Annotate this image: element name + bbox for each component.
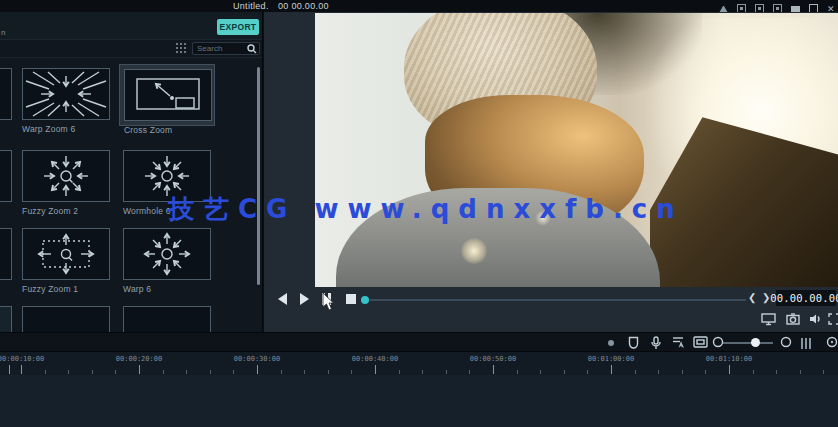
video-preview[interactable]: [315, 13, 838, 287]
zoom-in-transition-thumbnail[interactable]: [123, 306, 211, 332]
transition-label: Fuzzy Zoom 2: [22, 206, 110, 216]
transitions-panel: n EXPORT: [0, 12, 263, 332]
transition-thumb-cutoff[interactable]: [0, 306, 12, 332]
next-edit-point-button[interactable]: ❯: [762, 292, 770, 303]
timeline-toolbar: [0, 332, 838, 352]
transition-item[interactable]: Fuzzy Zoom 2: [22, 150, 110, 216]
preview-timecode: 00.00.00.00: [776, 290, 836, 306]
stop-button[interactable]: [346, 293, 360, 305]
preview-option-icons: [264, 310, 838, 330]
play-button[interactable]: [300, 293, 314, 305]
transition-label: Warp Zoom 6: [22, 124, 110, 134]
transition-item-selected[interactable]: Cross Zoom: [124, 69, 212, 135]
panel-header: n EXPORT: [0, 12, 262, 40]
playback-controls: ❮ ❯ 00.00.00.00: [264, 288, 838, 310]
marker-icon[interactable]: [672, 336, 685, 349]
cutoff-tab-label: n: [1, 28, 5, 37]
ruler-label: 00:00:30:00: [234, 355, 280, 363]
transition-label: Wormhole 6: [123, 206, 211, 216]
transition-label: Warp 6: [123, 284, 211, 294]
lens-flare: [535, 210, 551, 226]
transition-item[interactable]: [123, 306, 211, 332]
app-window: Untitled. 00 00.00.00 ✕ n EXPORT: [0, 0, 838, 427]
panel-scrollbar[interactable]: [257, 67, 260, 285]
transition-item[interactable]: [22, 306, 110, 332]
cross-zoom-thumbnail[interactable]: [124, 69, 212, 121]
voiceover-mic-icon[interactable]: [651, 336, 661, 350]
project-title: Untitled.: [233, 1, 269, 11]
transition-thumb-cutoff[interactable]: [0, 150, 12, 202]
fuzzy-zoom-1-thumbnail[interactable]: [22, 228, 110, 280]
titlebar-timecode: 00 00.00.00: [278, 1, 329, 11]
lens-flare: [461, 238, 487, 264]
grid-view-icon[interactable]: [176, 43, 187, 54]
transition-thumb-cutoff[interactable]: [0, 228, 12, 280]
zoom-in-icon[interactable]: [780, 336, 792, 348]
panel-subheader: [0, 40, 262, 58]
record-dot-icon[interactable]: [608, 340, 614, 346]
transitions-grid: Warp Zoom 6 Cross Z: [0, 58, 262, 332]
timeline-settings-icon[interactable]: [826, 336, 838, 348]
ruler-label: 00:00:20:00: [116, 355, 162, 363]
search-box: [192, 42, 260, 55]
export-button[interactable]: EXPORT: [217, 19, 259, 35]
warp-6-thumbnail[interactable]: [123, 228, 211, 280]
ruler-label: 00:00:10:00: [0, 355, 44, 363]
transition-item[interactable]: Fuzzy Zoom 1: [22, 228, 110, 294]
fuzzy-zoom-2-thumbnail[interactable]: [22, 150, 110, 202]
screen-record-icon[interactable]: [693, 336, 708, 348]
previous-frame-button[interactable]: [278, 293, 292, 305]
ruler-label: 00:01:00:00: [588, 355, 634, 363]
preview-panel: ❮ ❯ 00.00.00.00: [264, 12, 838, 332]
previous-edit-point-button[interactable]: ❮: [748, 292, 756, 303]
mask-shield-icon[interactable]: [628, 336, 639, 349]
search-icon: [247, 44, 257, 54]
volume-icon[interactable]: [809, 313, 822, 325]
ruler-label: 00:00:50:00: [470, 355, 516, 363]
transition-label: Fuzzy Zoom 1: [22, 284, 110, 294]
display-device-icon[interactable]: [761, 313, 776, 326]
zoom-to-fit-icon[interactable]: [801, 338, 811, 349]
snapshot-camera-icon[interactable]: [786, 313, 800, 325]
fullscreen-icon[interactable]: [828, 313, 838, 325]
transition-label: Cross Zoom: [124, 125, 212, 135]
selected-transition-highlight: Cross Zoom: [119, 64, 215, 126]
titlebar: Untitled. 00 00.00.00 ✕: [0, 0, 838, 12]
seek-bar[interactable]: [370, 299, 746, 301]
zoom-slider-handle[interactable]: [751, 338, 760, 347]
wormhole-6-thumbnail[interactable]: [123, 150, 211, 202]
transition-item[interactable]: Warp Zoom 6: [22, 68, 110, 134]
timeline-track-area[interactable]: [0, 375, 838, 427]
warp-zoom-6-thumbnail[interactable]: [22, 68, 110, 120]
ruler-label: 00:00:40:00: [352, 355, 398, 363]
pause-button[interactable]: [322, 293, 336, 305]
transition-item[interactable]: Wormhole 6: [123, 150, 211, 216]
transition-thumb-cutoff[interactable]: [0, 68, 12, 120]
timeline-zoom-slider[interactable]: [723, 342, 773, 344]
transition-item[interactable]: Warp 6: [123, 228, 211, 294]
search-input[interactable]: [193, 44, 247, 53]
ruler-major-ticks: [0, 365, 838, 374]
timeline-ruler[interactable]: 00:00:10:0000:00:20:0000:00:30:0000:00:4…: [0, 352, 838, 375]
ruler-label: 00:01:10:00: [706, 355, 752, 363]
spiral-transition-thumbnail[interactable]: [22, 306, 110, 332]
seek-playhead[interactable]: [361, 296, 369, 304]
